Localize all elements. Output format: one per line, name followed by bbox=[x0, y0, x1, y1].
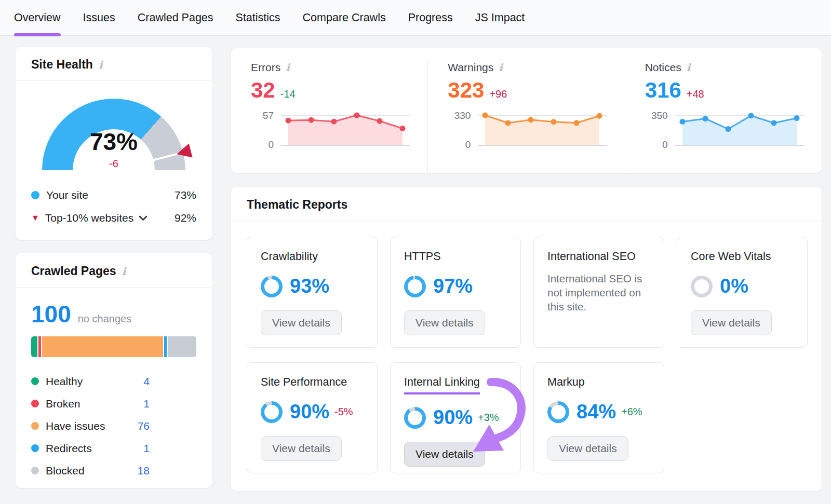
metric-warnings: Warnings i 323 +96 330 0 bbox=[427, 61, 624, 173]
report-score-row: 97% bbox=[404, 275, 507, 297]
chevron-down-icon[interactable] bbox=[139, 215, 148, 221]
report-card-site-performance: Site Performance 90% -5% View details bbox=[247, 362, 378, 473]
tab-issues[interactable]: Issues bbox=[83, 0, 115, 35]
metric-value-row: 316 +48 bbox=[645, 78, 822, 103]
view-details-button[interactable]: View details bbox=[547, 436, 628, 461]
info-icon[interactable]: i bbox=[687, 62, 691, 73]
bar-segment-broken bbox=[38, 336, 41, 357]
view-details-button[interactable]: View details bbox=[404, 442, 485, 467]
progress-ring-icon bbox=[547, 401, 569, 423]
red-triangle-icon: ▼ bbox=[31, 213, 39, 223]
view-details-button[interactable]: View details bbox=[404, 310, 485, 335]
tab-statistics[interactable]: Statistics bbox=[236, 0, 280, 35]
tab-js-impact[interactable]: JS Impact bbox=[475, 0, 525, 35]
report-percent: 90% bbox=[433, 406, 473, 429]
legend-count-link[interactable]: 76 bbox=[138, 420, 150, 432]
report-percent: 97% bbox=[433, 275, 473, 297]
view-details-button[interactable]: View details bbox=[261, 310, 342, 335]
dot-icon bbox=[31, 444, 39, 452]
legend-row-blocked: Blocked 18 bbox=[31, 459, 150, 482]
chart-axis: 350 0 bbox=[645, 110, 675, 149]
report-card-markup: Markup 84% +6% View details bbox=[533, 362, 664, 473]
crawled-pages-note: no changes bbox=[78, 313, 131, 325]
report-card-internal-linking: Internal Linking 90% +3% View details bbox=[390, 362, 521, 473]
dot-icon bbox=[31, 377, 39, 385]
metric-diff: +48 bbox=[687, 88, 704, 100]
report-title: Crawlability bbox=[261, 250, 318, 263]
axis-min: 0 bbox=[268, 139, 274, 151]
crawled-pages-stacked-bar bbox=[31, 336, 196, 357]
site-health-score: 73% bbox=[42, 128, 185, 156]
crawled-pages-legend: Healthy 4 Broken 1 Have issues 76 Redire… bbox=[31, 370, 196, 482]
view-details-button[interactable]: View details bbox=[261, 436, 342, 461]
report-card-crawlability: Crawlability 93% View details bbox=[247, 237, 378, 348]
report-title: HTTPS bbox=[404, 250, 440, 263]
legend-count-link[interactable]: 1 bbox=[143, 442, 150, 455]
legend-count-link[interactable]: 18 bbox=[138, 465, 150, 477]
bar-segment-healthy bbox=[31, 336, 37, 357]
metric-diff: +96 bbox=[489, 88, 507, 100]
report-score-row: 90% -5% bbox=[261, 401, 364, 423]
metric-head: Errors i bbox=[251, 61, 427, 74]
metric-notices: Notices i 316 +48 350 0 bbox=[625, 61, 822, 173]
crawled-pages-header: Crawled Pages i bbox=[16, 253, 212, 288]
legend-row-your-site: Your site 73% bbox=[16, 184, 212, 207]
tab-compare-crawls[interactable]: Compare Crawls bbox=[303, 0, 386, 35]
crawled-pages-card: Crawled Pages i 100 no changes Healthy 4… bbox=[16, 253, 212, 488]
bar-segment-blocked bbox=[168, 336, 196, 357]
sparkline-warnings bbox=[478, 110, 607, 149]
tab-overview[interactable]: Overview bbox=[14, 0, 61, 35]
axis-min: 0 bbox=[662, 139, 668, 151]
report-percent: 93% bbox=[290, 275, 329, 297]
legend-row-redirects: Redirects 1 bbox=[31, 437, 150, 459]
axis-max: 57 bbox=[263, 110, 274, 121]
legend-row-top10-websites[interactable]: ▼ Top-10% websites 92% bbox=[16, 207, 212, 229]
report-title: Markup bbox=[547, 376, 585, 389]
thematic-reports-grid: Crawlability 93% View detailsHTTPS 97% V… bbox=[231, 221, 822, 489]
sparkline-notices bbox=[675, 110, 804, 149]
chart-axis: 57 0 bbox=[251, 110, 281, 149]
axis-max: 330 bbox=[454, 110, 471, 121]
crawled-pages-title: Crawled Pages bbox=[31, 264, 116, 278]
metric-value-row: 32 -14 bbox=[251, 78, 427, 103]
legend-label: Blocked bbox=[46, 465, 85, 477]
axis-max: 350 bbox=[651, 110, 668, 121]
metric-value: 323 bbox=[448, 78, 484, 103]
info-icon[interactable]: i bbox=[122, 266, 126, 277]
sparkline-errors bbox=[281, 110, 410, 149]
metric-chart: 350 0 bbox=[645, 110, 822, 149]
legend-count-link[interactable]: 4 bbox=[143, 375, 150, 388]
tab-progress[interactable]: Progress bbox=[408, 0, 453, 35]
thematic-reports-title: Thematic Reports bbox=[247, 198, 347, 212]
report-percent: 84% bbox=[577, 401, 616, 423]
metric-chart: 57 0 bbox=[251, 110, 427, 149]
metric-value: 316 bbox=[645, 78, 681, 103]
info-icon[interactable]: i bbox=[286, 62, 290, 73]
progress-ring-icon bbox=[404, 407, 426, 429]
metric-value-row: 323 +96 bbox=[448, 78, 624, 103]
info-icon[interactable]: i bbox=[499, 62, 503, 73]
thematic-reports-header: Thematic Reports bbox=[231, 187, 822, 221]
blue-dot-icon bbox=[31, 191, 39, 199]
bar-segment-redirects bbox=[164, 336, 166, 357]
crawled-pages-total-row: 100 no changes bbox=[31, 300, 196, 328]
metric-errors: Errors i 32 -14 57 0 bbox=[231, 61, 427, 173]
tab-crawled-pages[interactable]: Crawled Pages bbox=[138, 0, 213, 35]
tab-bar: Overview Issues Crawled Pages Statistics… bbox=[0, 0, 831, 36]
site-health-gauge: 73% -6 bbox=[42, 99, 185, 170]
report-percent: 0% bbox=[720, 275, 748, 297]
view-details-button[interactable]: View details bbox=[691, 310, 772, 335]
legend-label: Your site bbox=[46, 189, 88, 201]
info-icon[interactable]: i bbox=[99, 60, 103, 70]
legend-row-healthy: Healthy 4 bbox=[31, 370, 150, 392]
crawled-pages-total: 100 bbox=[31, 300, 71, 328]
legend-count-link[interactable]: 1 bbox=[143, 398, 150, 410]
legend-row-have-issues: Have issues 76 bbox=[31, 415, 150, 437]
axis-min: 0 bbox=[465, 139, 471, 151]
report-diff: +6% bbox=[621, 406, 642, 418]
legend-label: Healthy bbox=[46, 375, 83, 388]
report-score-row: 90% +3% bbox=[404, 406, 507, 429]
bar-segment-have-issues bbox=[42, 336, 164, 357]
chart-axis: 330 0 bbox=[448, 110, 478, 149]
metric-title: Errors bbox=[251, 61, 280, 74]
